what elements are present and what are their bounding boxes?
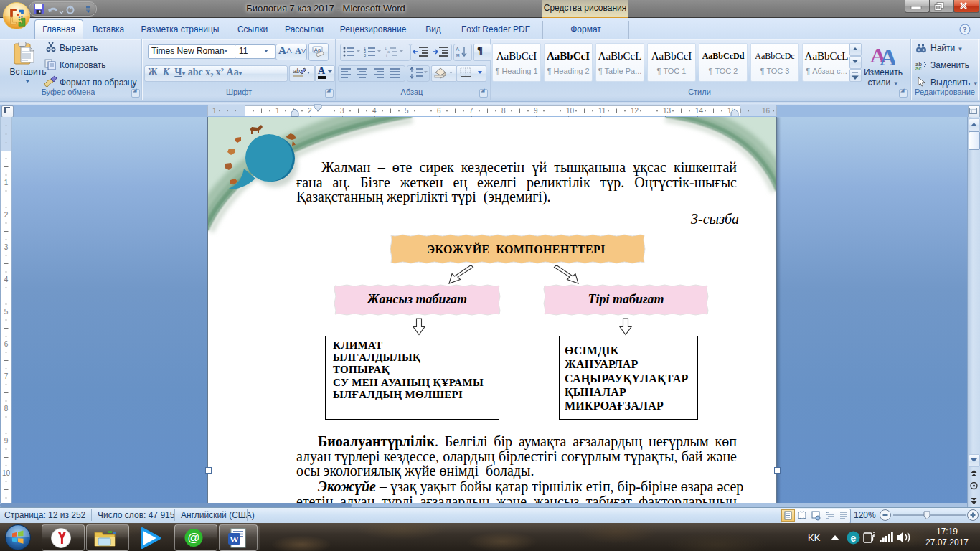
svg-text:11: 11 <box>598 107 606 115</box>
svg-text:6: 6 <box>437 107 441 115</box>
svg-text:2: 2 <box>4 211 9 219</box>
svg-text:9: 9 <box>4 437 9 445</box>
svg-text:16: 16 <box>762 107 771 115</box>
svg-text:A: A <box>880 44 895 67</box>
svg-text:5: 5 <box>4 308 9 316</box>
svg-text:1: 1 <box>4 179 9 187</box>
svg-text:?: ? <box>963 26 967 34</box>
svg-text:14: 14 <box>695 107 704 115</box>
svg-text:4: 4 <box>372 107 377 115</box>
svg-text:2: 2 <box>308 107 312 115</box>
svg-text:7: 7 <box>469 107 473 115</box>
svg-text:ab: ab <box>293 67 300 75</box>
svg-text:А: А <box>456 46 460 52</box>
svg-text:3: 3 <box>364 53 366 57</box>
svg-text:ac: ac <box>915 65 921 70</box>
svg-text:@: @ <box>187 531 199 545</box>
svg-text:6: 6 <box>4 340 9 348</box>
svg-text:13: 13 <box>663 107 672 115</box>
svg-text:i: i <box>386 53 387 57</box>
svg-text:10: 10 <box>566 107 575 115</box>
svg-text:1: 1 <box>385 46 387 50</box>
svg-text:1: 1 <box>275 107 280 115</box>
svg-text:1: 1 <box>212 107 217 115</box>
svg-text:7: 7 <box>4 372 9 380</box>
svg-text:3: 3 <box>4 243 9 251</box>
svg-text:8: 8 <box>501 107 506 115</box>
svg-text:e: e <box>851 532 857 544</box>
svg-text:5: 5 <box>405 107 409 115</box>
svg-text:a: a <box>387 50 390 54</box>
svg-text:10: 10 <box>2 469 11 477</box>
svg-text:8: 8 <box>4 405 9 413</box>
svg-text:9: 9 <box>534 107 538 115</box>
svg-text:Я: Я <box>456 52 460 58</box>
svg-text:W: W <box>230 534 239 545</box>
svg-text:12: 12 <box>631 107 639 115</box>
svg-text:4: 4 <box>4 276 9 283</box>
svg-text:3: 3 <box>340 107 344 115</box>
